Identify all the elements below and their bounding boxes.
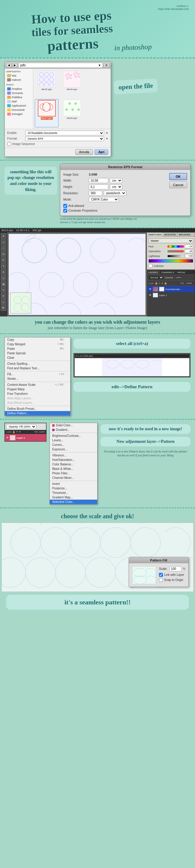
- menu-item-paste[interactable]: Paste⌘V: [5, 346, 70, 351]
- sidebar-item-applicazioni[interactable]: Applicazioni: [6, 103, 32, 108]
- adj-item-photo-filter[interactable]: Photo Filter...: [50, 471, 97, 475]
- tool-select[interactable]: ▭: [1, 239, 6, 245]
- sidebar-item-immagini[interactable]: Immagini: [6, 112, 32, 116]
- fill-input[interactable]: [185, 281, 194, 285]
- forward-button[interactable]: ▶: [12, 63, 18, 67]
- sidebar-item-mail[interactable]: Mail: [6, 99, 32, 103]
- file-tile17[interactable]: tile17.eps: [35, 99, 59, 127]
- constrain-checkbox[interactable]: [63, 209, 67, 213]
- image-sequence-checkbox[interactable]: [7, 142, 11, 146]
- adj-item-threshold[interactable]: Threshold...: [50, 491, 97, 495]
- menu-item-auto-align[interactable]: Auto-Align Layers...: [5, 396, 70, 401]
- light-value[interactable]: [185, 254, 193, 258]
- sidebar-item-scrivania[interactable]: Scrivania: [6, 91, 32, 95]
- tool-eyedrop[interactable]: ✒: [1, 257, 6, 263]
- menu-item-stroke[interactable]: Stroke...: [5, 376, 70, 381]
- tool-stamp[interactable]: ✦: [1, 269, 6, 275]
- adj-item-curves[interactable]: Curves...: [50, 442, 97, 447]
- menu-item-fill[interactable]: Fill...⇧F5: [5, 372, 70, 376]
- sidebar-item-wai[interactable]: Wai: [6, 73, 32, 78]
- menu-item-copy-merged[interactable]: Copy Merged⇧⌘C: [5, 342, 70, 346]
- adj-item-levels[interactable]: Levels...: [50, 438, 97, 442]
- sidebar-item-pubblica[interactable]: Pubblica: [6, 95, 32, 99]
- adj-item-vibrance[interactable]: Vibrance...: [50, 453, 97, 458]
- file-tile16[interactable]: tile16.eps: [60, 70, 84, 98]
- tool-shape[interactable]: ▷: [1, 299, 6, 305]
- menu-item-copy[interactable]: Copy⌘C: [5, 338, 70, 342]
- eye-icon-2[interactable]: 👁: [148, 293, 152, 297]
- menu-item-check-spelling[interactable]: Check Spelling...: [5, 362, 70, 366]
- file-tile15[interactable]: tile15.eps: [35, 70, 59, 98]
- width-unit-select[interactable]: cm: [110, 178, 122, 183]
- new-layer-1[interactable]: 👁 Layer 1: [5, 434, 46, 441]
- width-input[interactable]: [89, 178, 108, 183]
- adj-item-bw[interactable]: Black & White...: [50, 467, 97, 471]
- enable-select[interactable]: All Readable Documents: [25, 131, 104, 135]
- tool-move[interactable]: ✛: [1, 233, 6, 239]
- adj-item-solid-color[interactable]: Solid Color...: [50, 423, 97, 428]
- opacity-select[interactable]: Opacity: Fill 100%: [7, 424, 36, 429]
- cancel-rasterize-button[interactable]: Cancel: [169, 182, 187, 188]
- tool-text[interactable]: T: [1, 293, 6, 299]
- pf-snap-checkbox[interactable]: [159, 578, 163, 582]
- menu-item-auto-blend[interactable]: Auto-Blend Layers...: [5, 401, 70, 405]
- sidebar-item-dropbox[interactable]: Dropbox: [6, 87, 32, 91]
- tab-adjustments[interactable]: ADJUSTM.: [163, 233, 177, 237]
- tool-lasso[interactable]: ⌓: [1, 245, 6, 251]
- tab-brushpresets[interactable]: BRUSHES: [177, 233, 192, 237]
- opacity-input[interactable]: [174, 276, 183, 280]
- huesat-preset[interactable]: Master: [149, 238, 193, 243]
- adj-item-posterize[interactable]: Posterize...: [50, 486, 97, 491]
- mode-select[interactable]: CMYK Color: [89, 197, 119, 202]
- menu-item-define-brush[interactable]: Define Brush Preset...: [5, 406, 70, 411]
- blend-mode-select[interactable]: Normal: [148, 275, 164, 280]
- height-input[interactable]: [89, 184, 108, 189]
- menu-item-content-aware[interactable]: Content-Aware Scale⌥⇧⌘C: [5, 382, 70, 387]
- menu-item-puppet-warp[interactable]: Puppet Warp: [5, 387, 70, 392]
- tab-paths[interactable]: PATHS: [176, 271, 187, 274]
- tool-crop[interactable]: ⊡: [1, 251, 6, 257]
- adj-item-brightness[interactable]: Brightness/Contrast...: [50, 434, 97, 438]
- sidebar-item-malcom[interactable]: malcom: [6, 78, 32, 82]
- eye-icon-3[interactable]: 👁: [6, 436, 9, 439]
- open-button[interactable]: Apri: [95, 149, 108, 155]
- adj-item-gradient[interactable]: Gradient...: [50, 428, 97, 432]
- view-button[interactable]: ⊞: [104, 63, 109, 67]
- tool-zoom[interactable]: 🔍: [1, 305, 6, 311]
- hue-value[interactable]: [185, 244, 193, 248]
- pf-link-checkbox[interactable]: [159, 573, 163, 577]
- resolution-unit-select[interactable]: pixels/inch: [104, 191, 126, 196]
- adj-item-huesat[interactable]: Hue/Saturation...: [50, 458, 97, 462]
- tool-eraser[interactable]: ◻: [1, 275, 6, 281]
- adj-item-channel-mixer[interactable]: Channel Mixer...: [50, 475, 97, 480]
- resolution-input[interactable]: [89, 191, 102, 196]
- tab-layers[interactable]: LAYERS: [147, 271, 160, 274]
- colorize-checkbox[interactable]: [149, 264, 153, 268]
- height-unit-select[interactable]: cm: [110, 184, 122, 189]
- anti-aliased-checkbox[interactable]: [63, 204, 67, 208]
- menu-item-define-pattern[interactable]: Define Pattern...: [5, 411, 70, 415]
- tab-channels[interactable]: CHANNELS: [160, 271, 176, 274]
- adj-item-invert[interactable]: Invert: [50, 482, 97, 486]
- format-select[interactable]: Generic EPS: [25, 136, 104, 141]
- back-button[interactable]: ◀: [6, 63, 11, 67]
- adj-item-gradient-map[interactable]: Gradient Map...: [50, 495, 97, 500]
- menu-item-paste-special[interactable]: Paste Special: [5, 351, 70, 355]
- eye-icon[interactable]: 👁: [148, 287, 152, 291]
- layer-huesat[interactable]: 👁 Hue/Saturatio...: [147, 286, 195, 292]
- adj-item-selective-color[interactable]: Selective Color...: [50, 500, 97, 504]
- tab-swatches[interactable]: SWATCHES: [147, 233, 163, 237]
- hue-slider[interactable]: [167, 245, 184, 248]
- adj-item-exposure[interactable]: Exposure...: [50, 447, 97, 452]
- layer-1[interactable]: 👁 Layer 1: [147, 292, 195, 298]
- tool-gradient[interactable]: ▨: [1, 281, 6, 287]
- sat-slider[interactable]: [167, 250, 184, 252]
- pf-scale-input[interactable]: [169, 566, 182, 571]
- adj-item-colorbalance[interactable]: Color Balance...: [50, 462, 97, 467]
- menu-item-find-replace[interactable]: Find and Replace Text...: [5, 366, 70, 371]
- menu-item-free-transform[interactable]: Free Transform: [5, 392, 70, 396]
- tool-brush[interactable]: ✎: [1, 263, 6, 269]
- cancel-button[interactable]: Annulla: [75, 149, 93, 155]
- tool-pen[interactable]: ✏: [1, 287, 6, 293]
- ok-button[interactable]: OK: [169, 173, 187, 180]
